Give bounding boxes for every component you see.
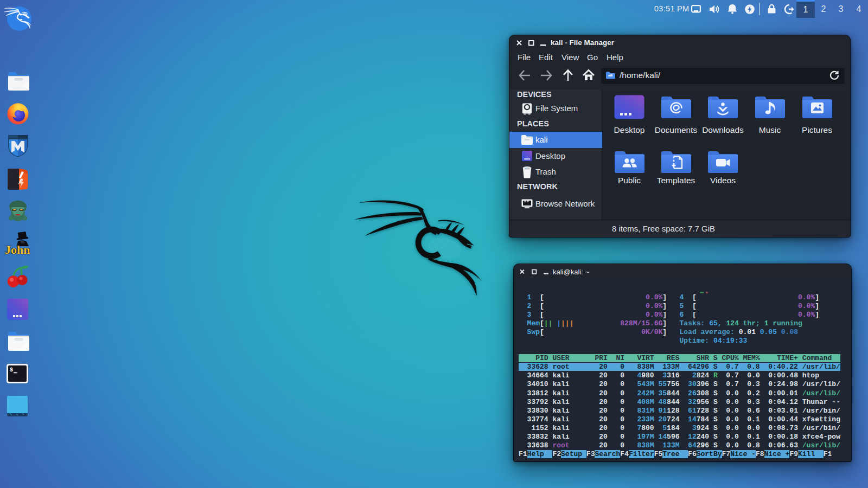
svg-text:$: $ xyxy=(10,367,14,373)
svg-text:John: John xyxy=(5,243,30,256)
